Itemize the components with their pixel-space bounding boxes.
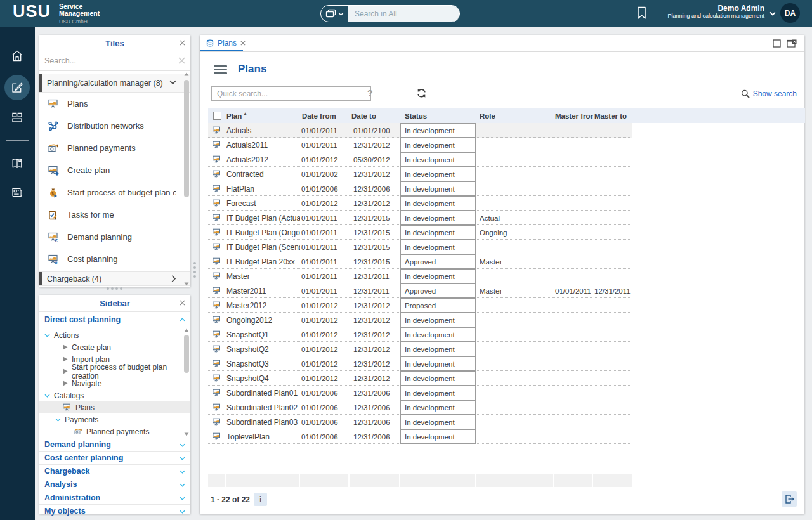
status-cell[interactable]: In development xyxy=(400,371,476,386)
status-cell[interactable]: In development xyxy=(400,269,476,283)
table-row[interactable]: Actuals2012 01/01/2012 05/30/2012 In dev… xyxy=(208,152,632,167)
avatar[interactable]: DA xyxy=(780,3,800,23)
column-header-status[interactable]: Status xyxy=(400,108,476,123)
column-header-role[interactable]: Role xyxy=(476,108,554,123)
column-header-date-to[interactable]: Date to xyxy=(350,108,400,123)
table-row[interactable]: Master2011 01/01/2011 12/31/2011 Approve… xyxy=(208,283,632,298)
status-cell[interactable]: In development xyxy=(400,415,476,429)
search-scope-button[interactable] xyxy=(321,6,348,22)
status-cell[interactable]: In development xyxy=(400,225,476,240)
status-cell[interactable]: In development xyxy=(400,313,476,327)
table-row[interactable]: Master2012 01/01/2012 12/31/2012 Propose… xyxy=(208,298,632,313)
sidebar-section-cost-center-planning[interactable]: Cost center planning xyxy=(39,451,190,464)
status-cell[interactable]: In development xyxy=(400,356,476,371)
tree-item-catalogs[interactable]: Catalogs xyxy=(39,389,190,401)
user-menu[interactable]: Demo Admin Planning and calculation mana… xyxy=(667,4,764,20)
maximize-icon[interactable] xyxy=(773,39,781,48)
tiles-icon[interactable] xyxy=(11,111,24,124)
status-cell[interactable]: In development xyxy=(400,386,476,400)
show-search-button[interactable]: Show search xyxy=(741,89,797,98)
tree-item-plans[interactable]: Plans xyxy=(39,401,190,413)
tile-demand-planning[interactable]: € Demand planning xyxy=(39,226,190,248)
tile-plans[interactable]: Plans xyxy=(39,93,190,115)
close-all-tabs-icon[interactable] xyxy=(787,39,797,48)
status-cell[interactable]: In development xyxy=(400,167,476,181)
table-row[interactable]: Actuals 01/01/2011 01/01/2100 In develop… xyxy=(208,123,632,138)
status-cell[interactable]: In development xyxy=(400,327,476,342)
tree-item-payments[interactable]: Payments xyxy=(39,413,190,426)
status-cell[interactable]: In development xyxy=(400,400,476,415)
scroll-up-icon[interactable] xyxy=(184,72,189,76)
tab-plans[interactable]: Plans xyxy=(200,35,252,51)
help-icon[interactable]: ? xyxy=(367,88,373,98)
tile-start-process-of-budget-plan-crea[interactable]: € Start process of budget plan crea... xyxy=(39,181,190,204)
sidebar-section-administration[interactable]: Administration xyxy=(39,491,190,504)
info-button[interactable]: i xyxy=(254,493,267,506)
status-cell[interactable]: In development xyxy=(400,123,476,138)
status-cell[interactable]: Approved xyxy=(400,283,476,298)
table-row[interactable]: Subordinated Plan03 01/01/2006 12/31/200… xyxy=(208,415,632,429)
user-chevron-down-icon[interactable] xyxy=(769,11,776,16)
table-row[interactable]: IT Budget Plan (Actuals... 01/01/2011 12… xyxy=(208,211,632,225)
table-row[interactable]: Master 01/01/2011 12/31/2011 In developm… xyxy=(208,269,632,283)
close-icon[interactable] xyxy=(180,40,185,46)
refresh-icon[interactable] xyxy=(416,88,427,98)
table-row[interactable]: SnapshotQ3 01/01/2012 12/31/2012 In deve… xyxy=(208,356,632,371)
tile-tasks-for-me[interactable]: Tasks for me xyxy=(39,204,190,226)
tree-item-start-process-of-budget-plan-creation[interactable]: Start process of budget plan creation xyxy=(39,365,190,377)
tiles-section-chargeback[interactable]: Chargeback (4) xyxy=(39,271,190,286)
table-row[interactable]: SnapshotQ1 01/01/2012 12/31/2012 In deve… xyxy=(208,327,632,342)
export-icon[interactable] xyxy=(782,491,797,507)
tile-create-plan[interactable]: Create plan xyxy=(39,159,190,181)
tile-planned-payments[interactable]: Planned payments xyxy=(39,137,190,159)
table-row[interactable]: Ongoing2012 01/01/2012 12/31/2012 In dev… xyxy=(208,313,632,327)
table-row[interactable]: ToplevelPlan 01/01/2006 12/31/2006 In de… xyxy=(208,429,632,444)
global-search-input[interactable] xyxy=(348,6,459,22)
status-cell[interactable]: In development xyxy=(400,138,476,152)
sidebar-section-direct-cost-planning[interactable]: Direct cost planning xyxy=(39,311,190,327)
tree-item-planned-payments[interactable]: Planned payments xyxy=(39,426,190,438)
tile-distribution-networks[interactable]: Distribution networks xyxy=(39,115,190,137)
home-icon[interactable] xyxy=(11,49,24,63)
sidebar-section-chargeback[interactable]: Chargeback xyxy=(39,464,190,478)
table-row[interactable]: SnapshotQ2 01/01/2012 12/31/2012 In deve… xyxy=(208,342,632,356)
usu-logo[interactable]: USU xyxy=(13,2,51,22)
table-row[interactable]: Subordinated Plan01 01/01/2006 12/31/200… xyxy=(208,386,632,400)
status-cell[interactable]: In development xyxy=(400,181,476,196)
compose-icon[interactable] xyxy=(11,81,24,94)
column-header-date-from[interactable]: Date from xyxy=(300,108,350,123)
status-cell[interactable]: In development xyxy=(400,211,476,225)
tiles-section-planning[interactable]: Planning/calculation manager (8) xyxy=(39,74,190,93)
scroll-up-icon[interactable] xyxy=(184,328,189,332)
tiles-search-input[interactable] xyxy=(39,51,190,70)
tab-close-icon[interactable] xyxy=(240,41,246,46)
vertical-splitter-handle[interactable] xyxy=(193,262,196,278)
scrollbar-thumb[interactable] xyxy=(184,80,189,197)
table-row[interactable]: Actuals2011 01/01/2011 12/31/2012 In dev… xyxy=(208,138,632,152)
status-cell[interactable]: In development xyxy=(400,196,476,211)
scrollbar-thumb[interactable] xyxy=(184,335,189,373)
clear-search-icon[interactable] xyxy=(178,57,185,64)
sidebar-section-demand-planning[interactable]: Demand planning xyxy=(39,438,190,451)
table-row[interactable]: IT Budget Plan 20xx 01/01/2011 12/31/201… xyxy=(208,254,632,269)
bookmark-icon[interactable] xyxy=(636,6,648,20)
tree-item-create-plan[interactable]: Create plan xyxy=(39,341,190,353)
status-cell[interactable]: In development xyxy=(400,240,476,254)
close-icon[interactable] xyxy=(180,300,185,306)
select-all-checkbox[interactable] xyxy=(208,108,226,123)
table-row[interactable]: IT Budget Plan (Scenari... 01/01/2011 12… xyxy=(208,240,632,254)
table-row[interactable]: IT Budget Plan (Ongoin... 01/01/2011 12/… xyxy=(208,225,632,240)
column-header-master-to[interactable]: Master to xyxy=(593,108,632,123)
column-header-plan[interactable]: Plan▲ xyxy=(226,108,300,123)
column-header-master-from[interactable]: Master from xyxy=(554,108,593,123)
quick-search-input[interactable] xyxy=(211,86,371,101)
table-row[interactable]: SnapshotQ4 01/01/2012 12/31/2012 In deve… xyxy=(208,371,632,386)
table-row[interactable]: Forecast 01/01/2012 12/31/2012 In develo… xyxy=(208,196,632,211)
status-cell[interactable]: In development xyxy=(400,342,476,356)
horizontal-splitter-handle[interactable] xyxy=(107,287,122,290)
scroll-down-icon[interactable] xyxy=(184,432,189,436)
status-cell[interactable]: In development xyxy=(400,152,476,167)
table-row[interactable]: Contracted 01/01/2002 12/31/2012 In deve… xyxy=(208,167,632,181)
catalog-book-icon[interactable] xyxy=(10,157,24,171)
menu-icon[interactable] xyxy=(214,65,227,76)
